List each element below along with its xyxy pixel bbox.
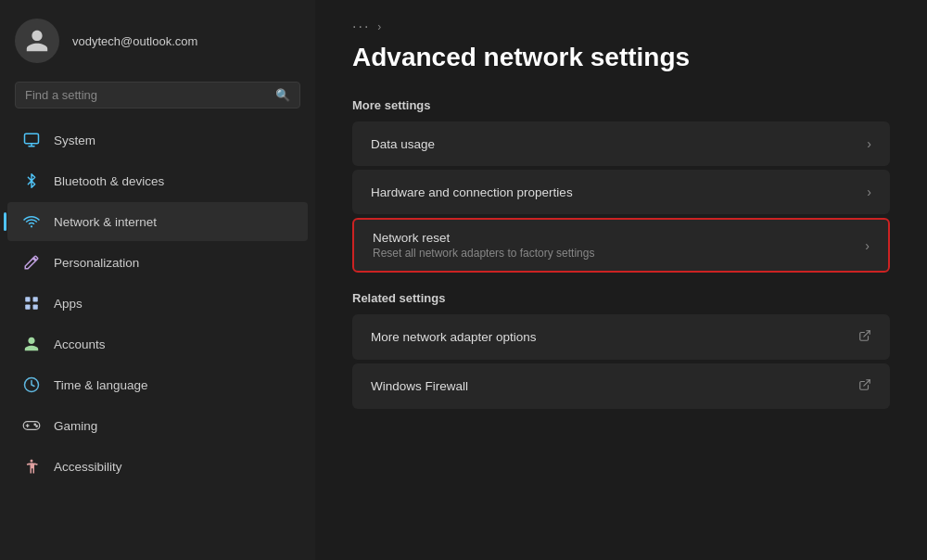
card-text: Network reset Reset all network adapters…: [373, 231, 594, 260]
card-title: Network reset: [373, 231, 594, 245]
main-content: ··· › Advanced network settings More set…: [315, 0, 927, 560]
apps-icon: [22, 294, 41, 312]
svg-point-10: [36, 426, 38, 427]
svg-point-11: [31, 460, 33, 463]
svg-line-12: [864, 331, 870, 337]
sidebar-item-gaming[interactable]: Gaming: [7, 406, 308, 445]
sidebar-item-label: Accounts: [54, 337, 106, 351]
card-subtitle: Reset all network adapters to factory se…: [373, 247, 594, 260]
hardware-card[interactable]: Hardware and connection properties ›: [352, 170, 890, 214]
chevron-right-icon: ›: [867, 136, 871, 151]
sidebar-item-network[interactable]: Network & internet: [7, 202, 308, 241]
sidebar-item-label: Network & internet: [54, 215, 157, 229]
related-settings-label: Related settings: [352, 291, 890, 305]
user-email: vodytech@outlook.com: [72, 34, 197, 48]
svg-rect-2: [33, 297, 38, 301]
sidebar-item-bluetooth[interactable]: Bluetooth & devices: [7, 161, 308, 200]
sidebar-item-label: Personalization: [54, 256, 139, 270]
system-icon: [22, 131, 41, 149]
sidebar-item-accounts[interactable]: Accounts: [7, 325, 308, 363]
avatar: [15, 19, 59, 63]
personalization-icon: [22, 253, 41, 272]
data-usage-card[interactable]: Data usage ›: [352, 121, 890, 166]
external-link-icon: [858, 329, 871, 345]
user-profile[interactable]: vodytech@outlook.com: [0, 0, 315, 78]
sidebar-item-personalization[interactable]: Personalization: [7, 243, 308, 282]
external-link-icon: [858, 378, 871, 394]
sidebar-item-label: Accessibility: [54, 460, 122, 474]
card-title: More network adapter options: [371, 330, 537, 344]
sidebar: vodytech@outlook.com 🔍 System Bluetooth …: [0, 0, 315, 560]
network-reset-card[interactable]: Network reset Reset all network adapters…: [352, 218, 890, 273]
accounts-icon: [22, 335, 41, 353]
card-title: Data usage: [371, 137, 435, 151]
sidebar-item-label: Apps: [54, 297, 83, 311]
svg-rect-0: [25, 134, 39, 144]
search-icon: 🔍: [275, 88, 290, 102]
sidebar-item-time[interactable]: Time & language: [7, 365, 308, 404]
sidebar-item-label: Gaming: [54, 419, 97, 433]
more-settings-label: More settings: [352, 98, 890, 112]
time-icon: [22, 375, 41, 394]
sidebar-item-system[interactable]: System: [7, 121, 308, 159]
svg-point-9: [34, 424, 36, 426]
breadcrumb: ··· ›: [352, 19, 890, 35]
sidebar-item-accessibility[interactable]: Accessibility: [7, 447, 308, 486]
more-adapter-card[interactable]: More network adapter options: [352, 314, 890, 360]
sidebar-item-label: Time & language: [54, 378, 148, 392]
card-title: Windows Firewall: [371, 379, 468, 393]
breadcrumb-arrow: ›: [377, 20, 381, 33]
sidebar-item-apps[interactable]: Apps: [7, 284, 308, 323]
network-icon: [22, 212, 41, 231]
chevron-right-icon: ›: [865, 238, 870, 253]
accessibility-icon: [22, 457, 41, 476]
sidebar-item-label: Bluetooth & devices: [54, 174, 164, 188]
windows-firewall-card[interactable]: Windows Firewall: [352, 363, 890, 409]
gaming-icon: [22, 416, 41, 435]
search-box[interactable]: 🔍: [15, 82, 300, 108]
chevron-right-icon: ›: [867, 185, 871, 199]
search-input[interactable]: [25, 88, 268, 102]
svg-rect-4: [33, 305, 38, 310]
bluetooth-icon: [22, 172, 41, 190]
svg-line-13: [864, 380, 870, 386]
card-title: Hardware and connection properties: [371, 185, 573, 199]
svg-rect-3: [25, 305, 30, 310]
sidebar-item-label: System: [54, 134, 95, 147]
page-title: Advanced network settings: [352, 43, 890, 72]
svg-rect-1: [25, 297, 30, 301]
breadcrumb-dots: ···: [352, 19, 370, 35]
